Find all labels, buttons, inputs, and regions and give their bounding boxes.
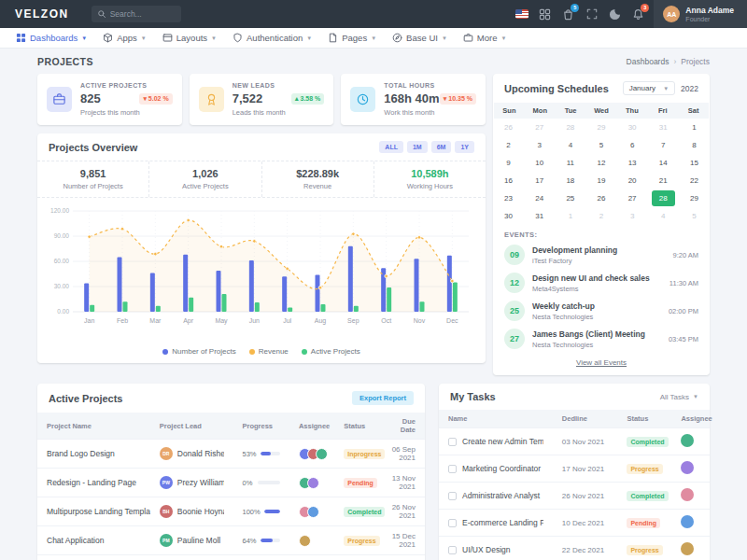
- event-item[interactable]: 27James Bangs (Client) MeetingNesta Tech…: [493, 325, 710, 353]
- calendar-day[interactable]: 30: [493, 207, 524, 225]
- task-checkbox[interactable]: [448, 519, 457, 527]
- month-select[interactable]: January▼: [623, 81, 675, 95]
- calendar-day[interactable]: 24: [524, 189, 555, 207]
- nav-item-dashboards[interactable]: Dashboards▼: [16, 33, 87, 43]
- calendar-day[interactable]: 31: [648, 119, 679, 136]
- calendar-day[interactable]: 27: [617, 189, 648, 207]
- due-date-cell: 21 Dec 2021: [376, 555, 425, 560]
- nav-item-apps[interactable]: Apps▼: [103, 33, 147, 43]
- chevron-down-icon: ▼: [306, 35, 312, 41]
- search-input[interactable]: [110, 9, 176, 19]
- task-checkbox[interactable]: [448, 438, 457, 446]
- overview-title: Projects Overview: [49, 142, 137, 153]
- active-projects-header-row: Project NameProject LeadProgressAssignee…: [37, 413, 425, 440]
- language-flag-button[interactable]: [510, 9, 533, 19]
- calendar-day[interactable]: 13: [617, 154, 648, 172]
- calendar-day[interactable]: 4: [555, 136, 585, 154]
- svg-text:Mar: Mar: [149, 317, 162, 324]
- period-button-6m[interactable]: 6M: [431, 141, 452, 153]
- svg-text:90.00: 90.00: [54, 232, 70, 239]
- chevron-down-icon: ▼: [141, 35, 147, 41]
- progress-cell: 0%: [233, 469, 289, 497]
- calendar-day[interactable]: 20: [617, 172, 648, 189]
- fullscreen-button[interactable]: [580, 8, 603, 20]
- calendar-week: 16171819202122: [493, 172, 710, 189]
- nav-item-base-ui[interactable]: Base UI▼: [392, 33, 447, 43]
- view-all-events-link[interactable]: View all Events: [493, 353, 710, 375]
- calendar-day[interactable]: 15: [679, 154, 710, 172]
- user-menu[interactable]: AA Anna Adame Founder: [654, 0, 747, 28]
- status-badge: Completed: [344, 507, 385, 517]
- period-button-1m[interactable]: 1M: [407, 141, 428, 153]
- calendar-day[interactable]: 16: [493, 172, 524, 189]
- clock-icon: [356, 92, 370, 106]
- calendar-day[interactable]: 8: [679, 136, 710, 154]
- event-item[interactable]: 25Weekly catch-upNesta Technologies02:00…: [493, 297, 710, 325]
- calendar-day[interactable]: 26: [493, 119, 524, 136]
- brand-logo[interactable]: VELZON: [15, 7, 69, 21]
- status-cell: Pending: [334, 469, 375, 497]
- assignee-cell: [671, 428, 710, 455]
- calendar-day[interactable]: 2: [493, 136, 524, 154]
- calendar-day[interactable]: 10: [524, 154, 555, 172]
- notifications-button[interactable]: 3: [627, 8, 650, 21]
- calendar-day-selected[interactable]: 28: [652, 190, 675, 206]
- nav-item-pages[interactable]: Pages▼: [328, 33, 376, 43]
- calendar-day[interactable]: 27: [524, 119, 555, 136]
- period-button-1y[interactable]: 1Y: [455, 141, 474, 153]
- calendar-day[interactable]: 29: [585, 119, 616, 136]
- calendar-day[interactable]: 18: [555, 172, 585, 189]
- calendar-day[interactable]: 30: [617, 119, 648, 136]
- stat-card: ACTIVE PROJECTS825▾ 5.02 %Projects this …: [37, 74, 182, 125]
- calendar-day[interactable]: 3: [524, 136, 555, 154]
- nav-item-authentication[interactable]: Authentication▼: [233, 33, 312, 43]
- calendar-day[interactable]: 6: [617, 136, 648, 154]
- calendar-day[interactable]: 9: [493, 154, 524, 172]
- period-button-all[interactable]: ALL: [379, 141, 403, 153]
- calendar-day[interactable]: 28: [555, 119, 585, 136]
- web-apps-button[interactable]: [533, 8, 557, 21]
- calendar-day[interactable]: 21: [648, 172, 679, 189]
- my-tasks-header-row: NameDedlineStatusAssignee: [439, 410, 710, 428]
- calendar-day[interactable]: 12: [585, 154, 616, 172]
- calendar-day[interactable]: 19: [585, 172, 616, 189]
- calendar-day[interactable]: 31: [524, 207, 555, 225]
- search-icon: [97, 9, 106, 19]
- calendar-day[interactable]: 14: [648, 154, 679, 172]
- calendar-day[interactable]: 26: [585, 189, 616, 207]
- calendar-day[interactable]: 17: [524, 172, 555, 189]
- calendar-day[interactable]: 22: [679, 172, 710, 189]
- legend-item: Active Projects: [302, 347, 360, 356]
- export-report-button[interactable]: Export Report: [352, 391, 414, 405]
- calendar-day[interactable]: 4: [648, 207, 679, 225]
- calendar-day[interactable]: 5: [679, 207, 710, 225]
- calendar-day[interactable]: 23: [493, 189, 524, 207]
- task-checkbox[interactable]: [448, 492, 457, 500]
- breadcrumb-parent[interactable]: Dashboards: [627, 57, 669, 66]
- calendar-day[interactable]: 25: [555, 189, 585, 207]
- calendar-day[interactable]: 11: [555, 154, 585, 172]
- task-checkbox[interactable]: [448, 465, 457, 473]
- table-row: Marketing Coordinator17 Nov 2021Progress: [439, 455, 710, 483]
- nav-item-layouts[interactable]: Layouts▼: [162, 33, 217, 43]
- calendar-day[interactable]: 3: [617, 207, 648, 225]
- task-name: E-commerce Landing Page: [462, 518, 543, 527]
- calendar-day[interactable]: 1: [555, 207, 585, 225]
- event-item[interactable]: 12Design new UI and check salesMeta4Syst…: [493, 269, 710, 297]
- calendar-day[interactable]: 7: [648, 136, 679, 154]
- tasks-filter-dropdown[interactable]: All Tasks▼: [660, 393, 698, 401]
- calendar-day[interactable]: 2: [585, 207, 616, 225]
- legend-item: Number of Projects: [162, 347, 235, 356]
- column-header: Name: [439, 410, 553, 428]
- event-item[interactable]: 09Development planningiTest Factory9:20 …: [493, 241, 710, 269]
- nav-item-more[interactable]: More▼: [463, 33, 507, 43]
- column-header: Status: [617, 410, 671, 428]
- calendar-day[interactable]: 5: [585, 136, 616, 154]
- task-checkbox[interactable]: [448, 546, 457, 554]
- calendar-day[interactable]: 29: [679, 189, 710, 207]
- dark-mode-button[interactable]: [603, 8, 627, 21]
- cart-button[interactable]: 5: [557, 8, 580, 21]
- overview-stat-value: 10,589h: [378, 168, 482, 179]
- calendar-day[interactable]: 1: [679, 119, 710, 136]
- column-header: Due Date: [376, 413, 425, 440]
